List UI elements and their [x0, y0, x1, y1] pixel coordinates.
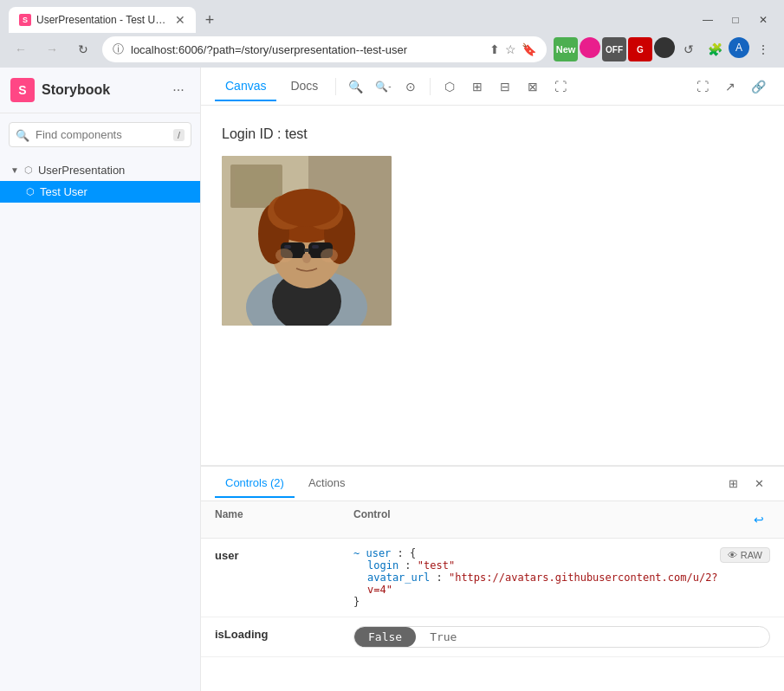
profile-avatar[interactable]: A	[729, 37, 749, 58]
back-button[interactable]: ←	[9, 37, 33, 61]
storybook-logo: S	[10, 78, 35, 102]
table-row-isloading: isLoading False True	[201, 617, 784, 657]
tab-favicon: S	[19, 14, 31, 26]
search-input[interactable]	[9, 122, 191, 147]
grid-icon[interactable]: ⊞	[465, 74, 489, 99]
address-bar[interactable]: ⓘ localhost:6006/?path=/story/userpresen…	[102, 36, 547, 62]
zoom-reset-icon[interactable]: ⊙	[398, 74, 423, 99]
minimize-button[interactable]: —	[696, 8, 720, 32]
link-icon[interactable]: 🔗	[746, 74, 770, 99]
obj-open: ~ user : {	[353, 547, 720, 559]
extension-pink-icon[interactable]	[580, 37, 600, 58]
row-name-user: user	[215, 547, 353, 562]
toggle-group: False True	[353, 626, 770, 648]
table-header: Name Control ↩	[201, 501, 784, 539]
forward-button[interactable]: →	[40, 37, 64, 61]
obj-close: }	[353, 596, 720, 608]
layout-icon[interactable]: ⊟	[493, 74, 517, 99]
reset-all-button[interactable]: ↩	[748, 508, 770, 531]
tab-controls[interactable]: Controls (2)	[215, 469, 295, 498]
controls-table: Name Control ↩ user ~ user : { login	[201, 501, 784, 691]
url-actions: ⬆ ☆ 🔖	[489, 42, 536, 56]
sidebar-item-userpresentation[interactable]: ▼ ⬡ UserPresentation	[0, 159, 200, 181]
svg-rect-19	[312, 245, 319, 249]
extension-refresh-icon[interactable]: ↺	[677, 37, 701, 61]
canvas-area: Login ID : test	[201, 106, 784, 466]
canvas-toolbar: Canvas Docs 🔍 🔍- ⊙ ⬡ ⊞ ⊟ ⊠ ⛶ ⛶ ↗ 🔗	[201, 68, 784, 106]
extension-red-icon[interactable]: G	[628, 37, 652, 61]
sidebar-tree: ▼ ⬡ UserPresentation ⬡ Test User	[0, 156, 200, 206]
split-view-icon[interactable]: ⊞	[722, 473, 744, 495]
table-row: user ~ user : { login : "test" avata	[201, 539, 784, 617]
share-icon[interactable]: ⬆	[489, 42, 500, 56]
extension-new-icon[interactable]: New	[554, 37, 578, 61]
col-name: Name	[215, 508, 353, 531]
extension-off-icon[interactable]: OFF	[602, 37, 626, 61]
eye-icon: 👁	[728, 550, 737, 560]
tab-close-icon[interactable]: ✕	[175, 14, 185, 26]
main-content: Canvas Docs 🔍 🔍- ⊙ ⬡ ⊞ ⊟ ⊠ ⛶ ⛶ ↗ 🔗 Login…	[201, 68, 784, 691]
menu-icon[interactable]: ⋮	[751, 37, 775, 61]
row-name-isloading: isLoading	[215, 626, 353, 641]
avatar-image	[222, 156, 392, 326]
tab-title: UserPresentation - Test User · Sto…	[36, 14, 166, 26]
user-avatar	[222, 156, 392, 326]
close-panel-icon[interactable]: ✕	[748, 473, 770, 495]
row-control-isloading: False True	[353, 626, 770, 648]
row-control-user: ~ user : { login : "test" avatar_url : "…	[353, 547, 720, 608]
toolbar-divider	[335, 78, 336, 95]
zoom-out-icon[interactable]: 🔍-	[371, 74, 395, 99]
component-icon[interactable]: ⬡	[437, 74, 462, 99]
tree-item-label: UserPresentation	[38, 164, 125, 177]
browser-tab[interactable]: S UserPresentation - Test User · Sto… ✕	[9, 7, 196, 33]
col-control: Control	[353, 508, 748, 531]
toggle-false[interactable]: False	[354, 627, 416, 647]
maximize-button[interactable]: □	[723, 8, 748, 32]
obj-avatar: avatar_url : "https://avatars.githubuser…	[353, 572, 720, 596]
sidebar-header: S Storybook ···	[0, 68, 200, 113]
sidebar-item-testuser[interactable]: ⬡ Test User	[0, 181, 200, 203]
raw-button[interactable]: 👁 RAW	[720, 547, 770, 563]
bookmark-list-icon[interactable]: 🔖	[522, 42, 536, 56]
close-button[interactable]: ✕	[751, 8, 775, 32]
sidebar-menu-button[interactable]: ···	[167, 79, 190, 101]
new-tab-button[interactable]: +	[198, 8, 222, 32]
controls-header: Controls (2) Actions ⊞ ✕	[201, 467, 784, 501]
refresh-button[interactable]: ↻	[71, 37, 95, 61]
expand-icon[interactable]: ⛶	[690, 74, 715, 99]
controls-panel: Controls (2) Actions ⊞ ✕ Name Control ↩ …	[201, 466, 784, 691]
expand-icon: ▼	[10, 165, 19, 175]
storybook-title: Storybook	[42, 82, 110, 98]
toggle-true[interactable]: True	[416, 627, 470, 647]
story-icon: ⬡	[26, 186, 35, 197]
svg-point-22	[321, 249, 338, 262]
svg-point-20	[302, 253, 311, 263]
search-bar: 🔍 /	[9, 122, 191, 147]
search-shortcut: /	[173, 129, 185, 141]
obj-login: login : "test"	[353, 559, 720, 572]
tab-canvas[interactable]: Canvas	[215, 72, 276, 101]
login-id-text: Login ID : test	[222, 126, 763, 142]
svg-rect-2	[235, 169, 278, 203]
zoom-in-icon[interactable]: 🔍	[343, 74, 367, 99]
component-icon: ⬡	[24, 165, 33, 176]
extensions-icon[interactable]: 🧩	[703, 37, 727, 61]
tree-child-label: Test User	[40, 185, 87, 198]
search-icon: 🔍	[16, 128, 29, 141]
url-text: localhost:6006/?path=/story/userpresenta…	[131, 43, 483, 56]
bookmark-icon[interactable]: ☆	[505, 42, 516, 56]
svg-point-13	[274, 189, 340, 227]
toolbar-right: ⛶ ↗ 🔗	[690, 74, 770, 99]
columns-icon[interactable]: ⊠	[521, 74, 545, 99]
controls-actions: ⊞ ✕	[722, 473, 770, 495]
open-new-icon[interactable]: ↗	[718, 74, 742, 99]
svg-point-21	[275, 249, 293, 262]
toolbar-divider-2	[430, 78, 431, 95]
tab-actions[interactable]: Actions	[298, 469, 356, 498]
extension-dark-icon[interactable]	[654, 37, 675, 58]
fullscreen-icon[interactable]: ⛶	[548, 74, 573, 99]
svg-rect-17	[304, 249, 309, 252]
sidebar: S Storybook ··· 🔍 / ▼ ⬡ UserPresentation…	[0, 68, 201, 691]
svg-rect-18	[284, 245, 291, 249]
tab-docs[interactable]: Docs	[280, 72, 328, 101]
